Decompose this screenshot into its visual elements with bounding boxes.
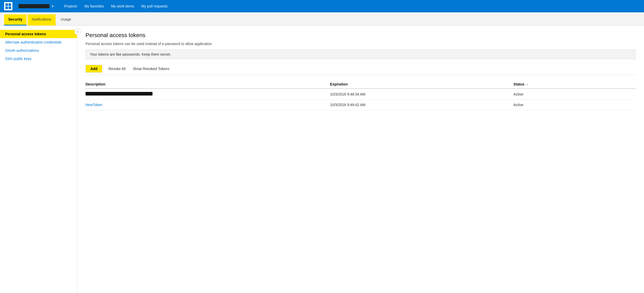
org-name: [19, 4, 49, 8]
tab-security[interactable]: Security: [4, 14, 27, 25]
svg-rect-1: [9, 3, 11, 6]
sidebar-item-ssh-keys[interactable]: SSH public keys: [0, 55, 77, 63]
token-expiration-1: 10/3/2018 9:48:34 AM: [330, 89, 513, 100]
content-area: Personal access tokens Personal access t…: [77, 26, 644, 293]
col-header-description: Description: [86, 80, 330, 89]
nav-work-items[interactable]: My work items: [111, 4, 134, 8]
sidebar-item-oauth[interactable]: OAuth authorizations: [0, 46, 77, 55]
nav-pull-requests[interactable]: My pull requests: [141, 4, 168, 8]
col-header-expiration: Expiration: [330, 80, 513, 89]
token-status-2: Active: [513, 100, 636, 110]
action-bar: Add Revoke All Show Revoked Tokens: [86, 63, 636, 75]
table-row: NewToken 10/3/2018 9:49:42 AM Active: [86, 100, 636, 110]
sidebar: < Personal access tokens Alternate authe…: [0, 26, 77, 293]
content-description: Personal access tokens can be used inste…: [86, 42, 636, 46]
tab-bar: Security Notifications Usage: [0, 12, 644, 26]
nav-links: Projects My favorites My work items My p…: [64, 4, 167, 8]
svg-rect-0: [5, 3, 8, 6]
token-description-1: [86, 89, 330, 100]
redacted-bar: [86, 92, 152, 96]
add-button[interactable]: Add: [86, 65, 102, 73]
show-revoked-button[interactable]: Show Revoked Tokens: [132, 65, 170, 72]
revoke-all-button[interactable]: Revoke All: [107, 65, 126, 72]
svg-rect-2: [5, 6, 8, 9]
token-status-1: Active: [513, 89, 636, 100]
table-row: 10/3/2018 9:48:34 AM Active: [86, 89, 636, 100]
org-selector[interactable]: ∨: [19, 4, 54, 8]
sidebar-item-personal-access-tokens[interactable]: Personal access tokens: [0, 30, 77, 38]
top-nav: ∨ Projects My favorites My work items My…: [0, 0, 644, 12]
sort-arrow-icon: ↑: [527, 83, 528, 86]
sidebar-item-alternate-auth[interactable]: Alternate authentication credentials: [0, 38, 77, 46]
token-expiration-2: 10/3/2018 9:49:42 AM: [330, 100, 513, 110]
main-layout: < Personal access tokens Alternate authe…: [0, 26, 644, 293]
col-header-status[interactable]: Status ↑: [513, 80, 636, 89]
svg-rect-3: [9, 6, 11, 9]
token-table: Description Expiration Status ↑: [86, 80, 636, 110]
sidebar-collapse-button[interactable]: <: [74, 29, 81, 35]
warning-banner: Your tokens are like passwords. Keep the…: [86, 49, 636, 59]
page-title: Personal access tokens: [86, 32, 636, 39]
nav-projects[interactable]: Projects: [64, 4, 77, 8]
token-description-2[interactable]: NewToken: [86, 100, 330, 110]
tab-usage[interactable]: Usage: [57, 14, 75, 25]
nav-favorites[interactable]: My favorites: [84, 4, 104, 8]
table-header-row: Description Expiration Status ↑: [86, 80, 636, 89]
chevron-down-icon: ∨: [52, 4, 54, 8]
token-link-newtoken[interactable]: NewToken: [86, 103, 102, 107]
tab-notifications[interactable]: Notifications: [28, 14, 55, 25]
logo[interactable]: [4, 2, 12, 10]
